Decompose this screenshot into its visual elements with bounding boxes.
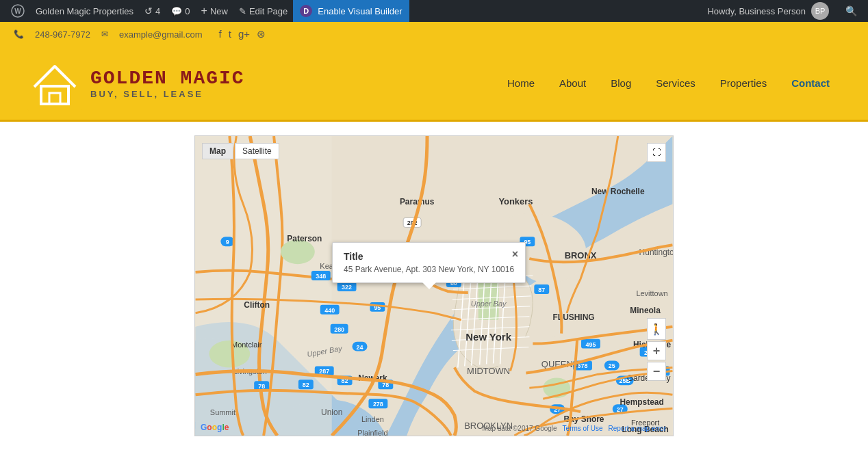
admin-bar: W Golden Magic Properties ↺ 4 💬 0 + New … xyxy=(0,0,868,22)
search-button[interactable]: 🔍 xyxy=(840,5,863,16)
svg-text:Linden: Linden xyxy=(361,415,384,423)
svg-text:678: 678 xyxy=(578,362,588,369)
svg-text:New York: New York xyxy=(465,331,511,343)
svg-text:Levittown: Levittown xyxy=(636,289,667,297)
new-label: New xyxy=(210,6,228,16)
nav-services[interactable]: Services xyxy=(645,72,706,94)
svg-text:New Rochelle: New Rochelle xyxy=(591,187,645,196)
nav-contact[interactable]: Contact xyxy=(780,72,841,94)
site-logo[interactable]: GOLDEN MAGIC BUY, SELL, LEASE xyxy=(27,56,245,111)
map-zoom-in-button[interactable]: + xyxy=(647,341,666,360)
svg-text:25: 25 xyxy=(609,362,615,369)
map-zoom-out-button[interactable]: − xyxy=(647,362,666,381)
visual-builder-button[interactable]: D Enable Visual Builder xyxy=(293,0,409,22)
svg-text:322: 322 xyxy=(342,284,352,291)
svg-text:Upper Bay: Upper Bay xyxy=(471,300,507,308)
main-content: 202 4 95 80 87 295 495 xyxy=(0,122,868,464)
svg-text:Plainfield: Plainfield xyxy=(357,429,387,436)
svg-text:W: W xyxy=(14,8,21,15)
popup-address: 45 Park Avenue, Apt. 303 New York, NY 10… xyxy=(344,265,514,274)
howdy-label: Howdy, Business Person xyxy=(707,6,806,16)
twitter-icon[interactable]: t xyxy=(229,28,231,40)
edit-page-button[interactable]: ✎ Edit Page xyxy=(233,0,293,22)
nav-properties[interactable]: Properties xyxy=(709,72,778,94)
plus-icon: + xyxy=(201,5,207,17)
svg-text:24: 24 xyxy=(357,344,363,351)
svg-text:Montclair: Montclair xyxy=(231,341,262,349)
report-map-error-link[interactable]: Report a map error xyxy=(609,425,666,432)
admin-bar-right: Howdy, Business Person BP 🔍 xyxy=(702,2,863,20)
svg-text:Linden: Linden xyxy=(303,434,326,436)
map-type-map-button[interactable]: Map xyxy=(202,143,233,159)
svg-text:348: 348 xyxy=(316,273,326,280)
rss-icon[interactable]: ⊛ xyxy=(257,28,266,40)
googleplus-icon[interactable]: g+ xyxy=(238,28,250,40)
map-container[interactable]: 202 4 95 80 87 295 495 xyxy=(194,135,674,436)
svg-text:9: 9 xyxy=(226,239,229,245)
map-zoom-controls: 🚶 + − xyxy=(647,318,666,381)
site-nav: Home About Blog Services Properties Cont… xyxy=(496,72,841,94)
map-type-satellite-button[interactable]: Satellite xyxy=(235,143,279,159)
logo-text: GOLDEN MAGIC BUY, SELL, LEASE xyxy=(90,68,245,99)
map-popup: × Title 45 Park Avenue, Apt. 303 New Yor… xyxy=(332,242,526,283)
popup-tail xyxy=(422,282,436,289)
svg-text:Union: Union xyxy=(321,408,342,417)
site-name-button[interactable]: Golden Magic Properties xyxy=(30,0,139,22)
terms-of-use-link[interactable]: Terms of Use xyxy=(563,425,603,432)
google-logo: Google xyxy=(201,423,229,432)
svg-text:Hempstead: Hempstead xyxy=(620,397,663,407)
map-fullscreen-button[interactable]: ⛶ xyxy=(647,143,666,162)
svg-text:Clifton: Clifton xyxy=(244,300,270,310)
email-address: example@gmail.com xyxy=(119,29,203,40)
svg-text:FLUSHING: FLUSHING xyxy=(553,313,595,322)
svg-text:Yonkers: Yonkers xyxy=(498,196,533,207)
wp-icon: W xyxy=(11,4,25,18)
site-header: GOLDEN MAGIC BUY, SELL, LEASE Home About… xyxy=(0,46,868,122)
logo-image xyxy=(27,56,82,111)
edit-label: Edit Page xyxy=(249,6,288,16)
social-links: f t g+ ⊛ xyxy=(219,28,266,40)
howdy-button[interactable]: Howdy, Business Person BP xyxy=(702,2,834,20)
map-wrapper: 202 4 95 80 87 295 495 xyxy=(194,135,674,436)
pegman-icon: 🚶 xyxy=(650,323,663,336)
svg-text:87: 87 xyxy=(538,287,545,293)
visual-builder-label: Enable Visual Builder xyxy=(318,6,402,16)
revisions-count: 4 xyxy=(155,6,160,16)
svg-text:440: 440 xyxy=(324,307,335,314)
svg-text:280: 280 xyxy=(334,326,344,333)
contact-bar: 📞 248-967-7972 ✉ example@gmail.com f t g… xyxy=(0,22,868,46)
logo-title: GOLDEN MAGIC xyxy=(90,68,245,89)
revisions-icon: ↺ xyxy=(144,5,153,16)
avatar: BP xyxy=(811,2,829,20)
svg-text:Paramus: Paramus xyxy=(400,197,435,207)
fullscreen-icon: ⛶ xyxy=(652,148,661,157)
popup-title: Title xyxy=(344,251,514,262)
wp-logo-button[interactable]: W xyxy=(5,0,30,22)
search-icon: 🔍 xyxy=(845,5,857,16)
nav-about[interactable]: About xyxy=(548,72,597,94)
svg-text:Mineola: Mineola xyxy=(630,306,661,315)
svg-text:Paterson: Paterson xyxy=(287,234,322,243)
logo-tagline: BUY, SELL, LEASE xyxy=(90,89,245,99)
map-data-text: Map data ©2017 Google xyxy=(482,425,557,432)
nav-blog[interactable]: Blog xyxy=(600,72,642,94)
phone-icon: 📞 xyxy=(14,29,24,39)
facebook-icon[interactable]: f xyxy=(219,28,222,40)
revisions-button[interactable]: ↺ 4 xyxy=(139,0,166,22)
edit-icon: ✎ xyxy=(239,6,246,16)
divi-icon: D xyxy=(300,5,312,17)
nav-home[interactable]: Home xyxy=(496,72,546,94)
map-type-controls: Map Satellite xyxy=(202,143,279,159)
comments-button[interactable]: 💬 0 xyxy=(166,0,195,22)
map-pegman-button[interactable]: 🚶 xyxy=(647,318,666,340)
svg-text:Summit: Summit xyxy=(210,408,235,416)
email-icon: ✉ xyxy=(101,29,108,39)
popup-close-button[interactable]: × xyxy=(512,248,518,261)
comments-count: 0 xyxy=(185,6,190,16)
svg-text:MIDTOWN: MIDTOWN xyxy=(467,366,510,376)
comments-icon: 💬 xyxy=(171,6,182,16)
new-button[interactable]: + New xyxy=(196,0,233,22)
svg-text:82: 82 xyxy=(303,382,309,388)
map-footer: Map data ©2017 Google Terms of Use Repor… xyxy=(482,425,666,432)
svg-text:495: 495 xyxy=(585,341,596,348)
